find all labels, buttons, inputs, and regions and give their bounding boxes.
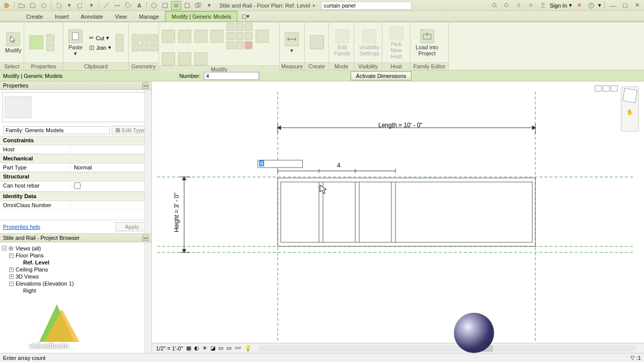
mod-icon-a3[interactable] — [245, 23, 253, 31]
tag-icon[interactable] — [123, 1, 133, 10]
crop-view-icon[interactable]: ▭ — [218, 345, 223, 351]
browser-scrollbar[interactable] — [144, 242, 151, 353]
tree-ceiling[interactable]: +Ceiling Plans — [9, 266, 149, 273]
measure-icon[interactable] — [101, 1, 111, 10]
star-icon[interactable]: ☆ — [514, 1, 524, 10]
tab-manage[interactable]: Manage — [133, 11, 165, 22]
star-check-icon[interactable]: ☆ — [526, 1, 536, 10]
height-dimension-label[interactable]: Height = 3' - 0" — [173, 193, 180, 232]
create-button[interactable] — [308, 34, 326, 51]
offset-icon[interactable] — [178, 30, 191, 43]
thin-lines-icon[interactable] — [171, 1, 181, 10]
delete-icon[interactable] — [245, 41, 253, 49]
mod-icon-a2[interactable] — [235, 23, 244, 31]
activate-dimensions-button[interactable]: Activate Dimensions — [351, 71, 412, 80]
collapse-icon[interactable]: − — [2, 246, 7, 250]
paste-dropdown-icon[interactable]: ▾ — [74, 50, 77, 56]
cope-icon[interactable] — [116, 34, 124, 42]
mod-icon-c1[interactable] — [226, 41, 234, 49]
signin-link[interactable]: Sign In — [550, 3, 567, 9]
copy-icon[interactable] — [162, 52, 175, 65]
tree-elevations[interactable]: −Elevations (Elevation 1) — [9, 280, 149, 287]
tab-create[interactable]: Create — [20, 11, 49, 22]
geom-split-icon[interactable] — [116, 43, 124, 51]
visual-style-icon[interactable]: ◐ — [194, 345, 199, 351]
tab-view[interactable]: View — [109, 11, 133, 22]
viewcube-icon[interactable] — [622, 88, 637, 103]
view-minimize-icon[interactable] — [595, 85, 602, 92]
array-count-input[interactable]: 4 — [258, 160, 303, 168]
help-dropdown-icon[interactable]: ▾ — [598, 2, 601, 9]
move-icon[interactable] — [256, 30, 269, 43]
modify-tool-button[interactable]: Modify — [3, 31, 23, 54]
align-icon[interactable] — [162, 30, 175, 43]
tree-3dviews[interactable]: +3D Views — [9, 273, 149, 280]
drawing-canvas[interactable]: Length = 10' - 0" Height = 3' - 0" 4 4 ✋… — [152, 81, 644, 353]
detail-level-icon[interactable]: ▦ — [186, 345, 191, 351]
scale-selector[interactable]: 1/2" = 1'-0" — [156, 345, 183, 351]
align-dim-icon[interactable] — [112, 1, 122, 10]
restore-icon[interactable]: ▢ — [620, 1, 630, 10]
redo-dropdown-icon[interactable]: ▾ — [87, 1, 97, 10]
array-segment-label[interactable]: 4 — [337, 162, 341, 169]
minimize-icon[interactable]: — — [608, 1, 618, 10]
cut-button[interactable]: ✂Cut▾ — [87, 34, 114, 42]
measure-button[interactable]: ▾ — [283, 31, 301, 54]
sync-icon[interactable] — [39, 1, 49, 10]
cat-identity[interactable]: Identity Data⌃ — [0, 192, 151, 201]
search-input[interactable] — [321, 2, 412, 10]
tree-floorplans[interactable]: −Floor Plans — [9, 252, 149, 259]
prop-row-rebar[interactable]: Can host rebar — [0, 182, 151, 192]
title-dropdown-icon[interactable]: ▸ — [313, 2, 316, 9]
tab-extras-icon[interactable]: ▢▾ — [237, 11, 254, 22]
undo-dropdown-icon[interactable]: ▾ — [64, 1, 74, 10]
default3d-icon[interactable] — [149, 1, 159, 10]
close-hidden-icon[interactable] — [182, 1, 192, 10]
expand-icon[interactable]: + — [9, 267, 14, 272]
load-into-project-button[interactable]: Load into Project — [414, 28, 440, 57]
geom-icon-4[interactable] — [132, 43, 140, 51]
help-icon[interactable]: ? — [586, 1, 596, 10]
length-dimension-label[interactable]: Length = 10' - 0" — [378, 122, 423, 129]
geom-icon-6[interactable] — [150, 43, 158, 51]
prop-row-omni[interactable]: OmniClass Number — [0, 201, 151, 210]
shadows-icon[interactable]: ◪ — [210, 345, 215, 351]
filter-icon[interactable]: ▽ — [630, 354, 634, 361]
mod-icon-b1[interactable] — [226, 32, 234, 40]
collapse-icon[interactable]: − — [9, 253, 14, 258]
sun-path-icon[interactable]: ☀ — [202, 345, 207, 351]
tab-insert[interactable]: Insert — [49, 11, 75, 22]
section-icon[interactable] — [160, 1, 170, 10]
expand-icon[interactable]: + — [9, 275, 14, 279]
open-icon[interactable] — [17, 1, 27, 10]
prop-val[interactable] — [70, 145, 151, 153]
geom-icon-1[interactable] — [132, 34, 140, 42]
close-icon[interactable]: ✕ — [632, 1, 642, 10]
properties-close-icon[interactable]: ▭ — [142, 82, 148, 88]
number-input[interactable] — [204, 72, 259, 80]
prop-row-host[interactable]: Host — [0, 145, 151, 154]
switch-dropdown-icon[interactable]: ▾ — [204, 1, 214, 10]
mirror-draw-icon[interactable] — [210, 30, 223, 43]
view-close-icon[interactable] — [611, 85, 618, 92]
search-icon[interactable] — [490, 1, 500, 10]
type-selector[interactable]: ▾ — [2, 92, 149, 122]
crop-region-icon[interactable]: ▭ — [226, 345, 231, 351]
mod-icon-a1[interactable] — [226, 23, 234, 31]
undo-icon[interactable] — [53, 1, 63, 10]
collapse-icon[interactable]: − — [9, 282, 14, 286]
geom-icon-5[interactable] — [141, 43, 149, 51]
family-filter-select[interactable]: Family: Generic Models — [3, 126, 110, 134]
paste-button[interactable]: Paste▾ — [66, 28, 85, 57]
tree-right[interactable]: Right — [23, 287, 149, 294]
rebar-checkbox[interactable] — [74, 183, 80, 189]
browser-close-icon[interactable]: ▭ — [142, 235, 148, 241]
save-icon[interactable] — [28, 1, 38, 10]
type-properties-icon[interactable] — [46, 34, 54, 42]
exchange-icon[interactable]: ✕ — [574, 1, 584, 10]
apply-button[interactable]: Apply — [115, 222, 148, 231]
edit-type-button[interactable]: ▦Edit Type — [112, 126, 148, 134]
tree-views[interactable]: −◎Views (all) — [2, 244, 149, 252]
tab-annotate[interactable]: Annotate — [75, 11, 109, 22]
tab-modify-context[interactable]: Modify | Generic Models — [165, 11, 237, 22]
